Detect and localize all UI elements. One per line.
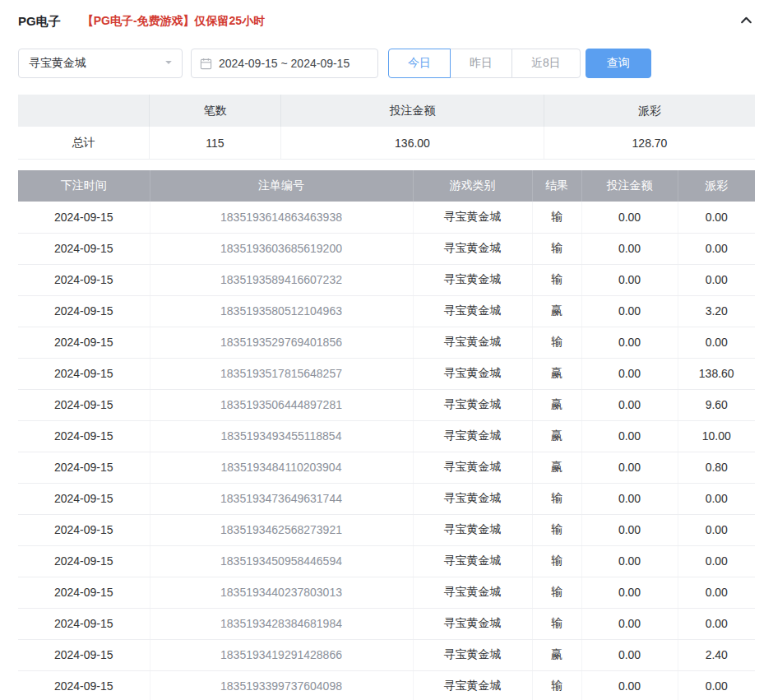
payout-cell: 0.00: [678, 670, 755, 700]
bet-time-cell: 2024-09-15: [18, 545, 150, 577]
bet-amount-cell: 0.00: [581, 514, 678, 545]
table-row: 2024-09-151835193462568273921寻宝黄金城输0.000…: [18, 514, 755, 545]
bet-id-cell: 1835193506444897281: [150, 389, 413, 420]
bet-id-cell: 1835193462568273921: [150, 514, 413, 545]
result-cell: 输: [532, 202, 581, 233]
result-cell: 输: [532, 233, 581, 264]
bet-id-cell: 1835193517815648257: [150, 358, 413, 389]
panel-notice: 【PG电子-免费游戏】仅保留25小时: [82, 14, 265, 29]
table-row: 2024-09-151835193614863463938寻宝黄金城输0.000…: [18, 202, 755, 233]
game-type-cell: 寻宝黄金城: [413, 545, 532, 577]
bet-id-cell: 1835193473649631744: [150, 483, 413, 514]
collapse-panel-button[interactable]: [737, 12, 755, 30]
bet-time-cell: 2024-09-15: [18, 670, 150, 700]
panel-title: PG电子: [18, 14, 61, 30]
summary-header-row: 笔数 投注金额 派彩: [18, 95, 755, 127]
bet-id-cell: 1835193589416607232: [150, 264, 413, 295]
table-row: 2024-09-151835193440237803013寻宝黄金城输0.000…: [18, 577, 755, 608]
result-cell: 输: [532, 327, 581, 358]
chevron-down-icon: [164, 57, 174, 70]
result-cell: 赢: [532, 358, 581, 389]
table-row: 2024-09-151835193399737604098寻宝黄金城输0.000…: [18, 670, 755, 700]
game-type-cell: 寻宝黄金城: [413, 639, 532, 670]
summary-header-blank: [18, 95, 150, 127]
summary-header-count: 笔数: [150, 95, 281, 127]
bet-amount-cell: 0.00: [581, 420, 678, 452]
bet-time-cell: 2024-09-15: [18, 420, 150, 452]
bet-id-cell: 1835193450958446594: [150, 545, 413, 577]
date-range-input[interactable]: 2024-09-15 ~ 2024-09-15: [191, 49, 378, 78]
quick-range-today[interactable]: 今日: [388, 49, 451, 78]
game-type-cell: 寻宝黄金城: [413, 358, 532, 389]
result-cell: 输: [532, 545, 581, 577]
summary-total-bet-amount: 136.00: [281, 127, 544, 160]
table-row: 2024-09-151835193589416607232寻宝黄金城输0.000…: [18, 264, 755, 295]
calendar-icon: [200, 58, 212, 70]
bet-id-cell: 1835193484110203904: [150, 452, 413, 483]
payout-cell: 0.00: [678, 577, 755, 608]
column-header-5: 派彩: [678, 170, 755, 202]
table-row: 2024-09-151835193529769401856寻宝黄金城输0.000…: [18, 327, 755, 358]
result-cell: 赢: [532, 420, 581, 452]
column-header-0: 下注时间: [18, 170, 150, 202]
quick-range-yesterday[interactable]: 昨日: [450, 49, 512, 78]
payout-cell: 0.00: [678, 327, 755, 358]
bet-amount-cell: 0.00: [581, 358, 678, 389]
payout-cell: 138.60: [678, 358, 755, 389]
table-row: 2024-09-151835193419291428866寻宝黄金城赢0.002…: [18, 639, 755, 670]
bet-id-cell: 1835193428384681984: [150, 608, 413, 639]
payout-cell: 0.80: [678, 452, 755, 483]
game-type-cell: 寻宝黄金城: [413, 202, 532, 233]
game-type-cell: 寻宝黄金城: [413, 264, 532, 295]
column-header-3: 结果: [532, 170, 581, 202]
result-cell: 赢: [532, 295, 581, 327]
bet-time-cell: 2024-09-15: [18, 514, 150, 545]
table-row: 2024-09-151835193506444897281寻宝黄金城赢0.009…: [18, 389, 755, 420]
payout-cell: 0.00: [678, 233, 755, 264]
summary-header-bet-amount: 投注金额: [281, 95, 544, 127]
table-row: 2024-09-151835193473649631744寻宝黄金城输0.000…: [18, 483, 755, 514]
bet-time-cell: 2024-09-15: [18, 327, 150, 358]
game-type-cell: 寻宝黄金城: [413, 327, 532, 358]
summary-header-payout: 派彩: [544, 95, 755, 127]
table-row: 2024-09-151835193603685619200寻宝黄金城输0.000…: [18, 233, 755, 264]
bet-id-cell: 1835193580512104963: [150, 295, 413, 327]
payout-cell: 0.00: [678, 483, 755, 514]
payout-cell: 0.00: [678, 514, 755, 545]
bet-id-cell: 1835193493455118854: [150, 420, 413, 452]
table-row: 2024-09-151835193580512104963寻宝黄金城赢0.003…: [18, 295, 755, 327]
payout-cell: 0.00: [678, 608, 755, 639]
result-cell: 输: [532, 577, 581, 608]
game-type-cell: 寻宝黄金城: [413, 233, 532, 264]
bet-time-cell: 2024-09-15: [18, 639, 150, 670]
bet-amount-cell: 0.00: [581, 545, 678, 577]
bet-time-cell: 2024-09-15: [18, 483, 150, 514]
bet-time-cell: 2024-09-15: [18, 202, 150, 233]
result-cell: 输: [532, 264, 581, 295]
table-row: 2024-09-151835193450958446594寻宝黄金城输0.000…: [18, 545, 755, 577]
column-header-1: 注单编号: [150, 170, 413, 202]
bet-records-table: 下注时间注单编号游戏类别结果投注金额派彩 2024-09-15183519361…: [18, 170, 755, 700]
payout-cell: 0.00: [678, 202, 755, 233]
result-cell: 输: [532, 670, 581, 700]
game-type-cell: 寻宝黄金城: [413, 420, 532, 452]
bet-id-cell: 1835193399737604098: [150, 670, 413, 700]
date-range-value: 2024-09-15 ~ 2024-09-15: [219, 57, 349, 70]
search-button[interactable]: 查询: [586, 49, 651, 78]
bet-time-cell: 2024-09-15: [18, 358, 150, 389]
payout-cell: 2.40: [678, 639, 755, 670]
game-type-cell: 寻宝黄金城: [413, 608, 532, 639]
bet-time-cell: 2024-09-15: [18, 608, 150, 639]
bet-time-cell: 2024-09-15: [18, 452, 150, 483]
summary-table: 笔数 投注金额 派彩 总计 115 136.00 128.70: [18, 95, 755, 160]
bet-table-body: 2024-09-151835193614863463938寻宝黄金城输0.000…: [18, 202, 755, 700]
bet-id-cell: 1835193419291428866: [150, 639, 413, 670]
bet-amount-cell: 0.00: [581, 202, 678, 233]
payout-cell: 0.00: [678, 545, 755, 577]
result-cell: 赢: [532, 389, 581, 420]
bet-amount-cell: 0.00: [581, 608, 678, 639]
quick-range-group: 今日 昨日 近8日: [388, 49, 581, 78]
payout-cell: 10.00: [678, 420, 755, 452]
game-select[interactable]: 寻宝黄金城: [18, 49, 183, 78]
quick-range-last8days[interactable]: 近8日: [511, 49, 581, 78]
